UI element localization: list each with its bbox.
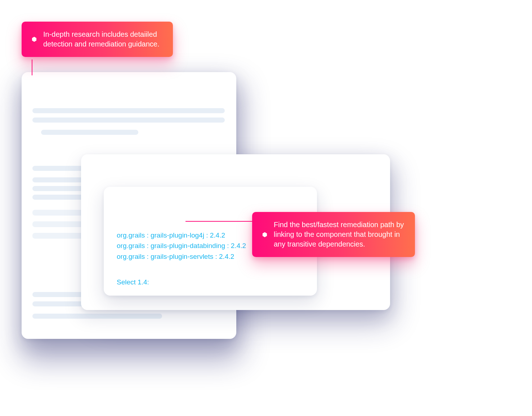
skeleton-line: [32, 166, 83, 171]
callout-text: Find the best/fastest remediation path b…: [274, 220, 405, 249]
diagram-canvas: org.grails : grails-plugin-log4j : 2.4.2…: [0, 0, 532, 416]
skeleton-line: [32, 118, 225, 123]
dependency-row: org.grails : grails-plugin-log4j : 2.4.2: [117, 230, 246, 240]
skeleton-line: [41, 130, 138, 135]
dependency-list: org.grails : grails-plugin-log4j : 2.4.2…: [117, 230, 246, 262]
svg-marker-1: [263, 232, 267, 237]
skeleton-line: [32, 314, 162, 319]
connector-line: [185, 221, 258, 222]
dependency-row: org.grails : grails-plugin-databinding :…: [117, 240, 246, 251]
hexagon-icon: [32, 37, 37, 42]
hexagon-icon: [262, 232, 267, 237]
callout-remediation: Find the best/fastest remediation path b…: [252, 212, 415, 257]
dependency-row: org.grails : grails-plugin-servlets : 2.…: [117, 251, 246, 262]
connector-line: [32, 59, 32, 75]
callout-research: In-depth research includes detaiiled det…: [22, 22, 173, 57]
callout-text: In-depth research includes detaiiled det…: [43, 30, 163, 49]
select-label: Select 1.4:: [117, 278, 149, 286]
skeleton-line: [32, 108, 225, 113]
svg-marker-0: [32, 37, 36, 42]
